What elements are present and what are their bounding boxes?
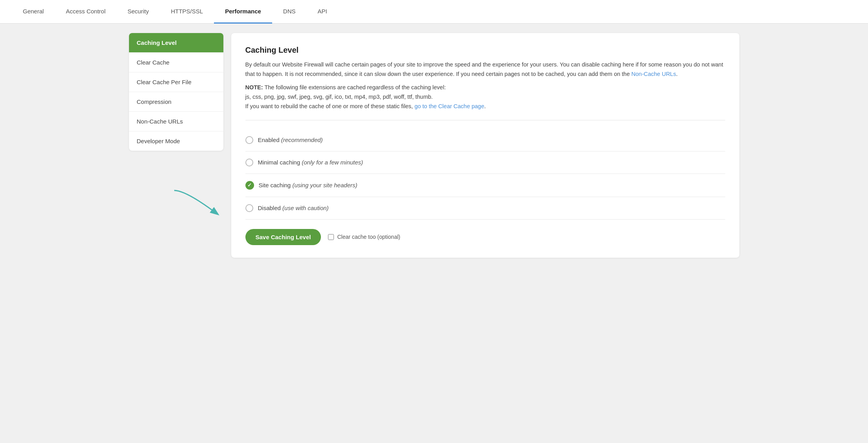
clear-cache-page-link[interactable]: go to the Clear Cache page [415,103,484,109]
clear-cache-checkbox[interactable] [328,234,334,240]
nav-access-control[interactable]: Access Control [55,0,116,24]
main-layout: Caching Level Clear Cache Clear Cache Pe… [120,24,749,267]
radio-minimal[interactable]: Minimal caching (only for a few minutes) [245,151,725,174]
divider-1 [245,120,725,120]
sidebar-item-caching-level[interactable]: Caching Level [129,33,223,53]
save-caching-level-button[interactable]: Save Caching Level [245,229,321,245]
content-panel: Caching Level By default our Website Fir… [231,33,739,258]
sidebar-item-developer-mode[interactable]: Developer Mode [129,131,223,151]
sidebar-item-clear-cache[interactable]: Clear Cache [129,53,223,72]
nav-dns[interactable]: DNS [272,0,307,24]
clear-cache-label-text: Clear cache too (optional) [337,234,400,240]
clear-cache-checkbox-label[interactable]: Clear cache too (optional) [328,234,400,240]
radio-disabled-circle[interactable] [245,204,253,212]
sidebar-item-non-cache-urls[interactable]: Non-Cache URLs [129,112,223,131]
nav-general[interactable]: General [12,0,55,24]
note-text: NOTE: The following file extensions are … [245,83,725,111]
arrow-annotation [170,183,241,230]
nav-security[interactable]: Security [116,0,160,24]
radio-disabled-label: Disabled (use with caution) [258,205,329,211]
nav-api[interactable]: API [307,0,338,24]
radio-site-checked-icon[interactable] [245,181,254,190]
top-navigation: General Access Control Security HTTPS/SS… [0,0,868,24]
non-cache-urls-link[interactable]: Non-Cache URLs [631,71,676,77]
sidebar-item-compression[interactable]: Compression [129,92,223,112]
radio-site-label: Site caching (using your site headers) [259,182,358,188]
radio-enabled-circle[interactable] [245,136,253,144]
radio-minimal-label: Minimal caching (only for a few minutes) [258,159,363,166]
radio-site-caching[interactable]: Site caching (using your site headers) [245,174,725,197]
nav-https-ssl[interactable]: HTTPS/SSL [160,0,214,24]
sidebar-item-clear-cache-per-file[interactable]: Clear Cache Per File [129,72,223,92]
radio-enabled-label: Enabled (recommended) [258,137,323,143]
nav-performance[interactable]: Performance [214,0,272,24]
page-title: Caching Level [245,46,725,55]
radio-disabled[interactable]: Disabled (use with caution) [245,197,725,220]
save-area: Save Caching Level Clear cache too (opti… [245,229,725,245]
sidebar: Caching Level Clear Cache Clear Cache Pe… [129,33,223,151]
radio-enabled[interactable]: Enabled (recommended) [245,129,725,151]
description-text: By default our Website Firewall will cac… [245,60,725,79]
radio-minimal-circle[interactable] [245,159,253,166]
